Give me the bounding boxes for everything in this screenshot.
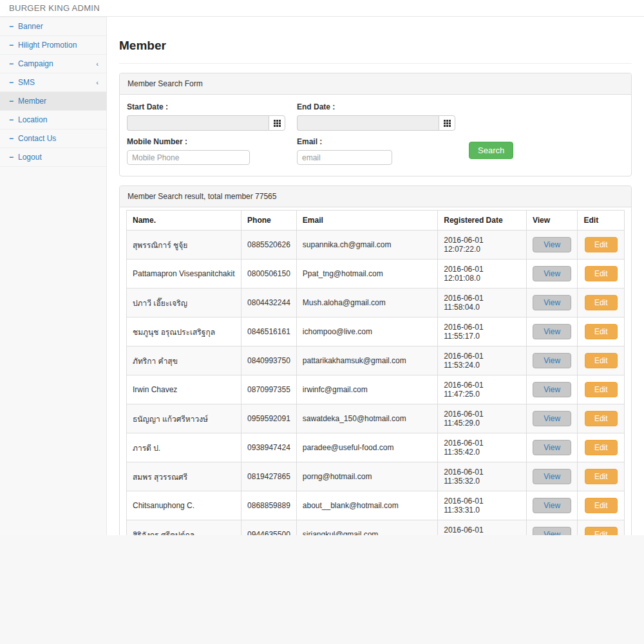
- view-button[interactable]: View: [533, 469, 571, 484]
- table-row: ปภาวี เอี๊ยะเจริญ 0804432244 Mush.aloha@…: [127, 289, 625, 317]
- member-name-cell: ชมภูนุช อรุณประเสริฐกุล: [127, 317, 242, 346]
- member-registered-cell: 2016-06-01 11:58:04.0: [438, 289, 527, 317]
- search-panel-heading: Member Search Form: [120, 73, 631, 95]
- member-email-cell: Mush.aloha@gmail.com: [296, 289, 437, 317]
- email-input[interactable]: [297, 150, 392, 165]
- edit-button[interactable]: Edit: [585, 440, 618, 455]
- brand-title: BURGER KING ADMIN: [9, 3, 100, 13]
- member-phone-cell: 0944635500: [242, 520, 297, 536]
- edit-button[interactable]: Edit: [585, 498, 618, 513]
- view-button[interactable]: View: [533, 411, 571, 426]
- sidebar-item[interactable]: − SMS ‹: [0, 73, 106, 92]
- sidebar-item-label: Hilight Promotion: [18, 41, 77, 50]
- edit-button[interactable]: Edit: [585, 411, 618, 426]
- sidebar-item-label: Member: [18, 97, 46, 106]
- calendar-grid-icon: [274, 120, 281, 127]
- sidebar-item-label: SMS: [18, 78, 35, 87]
- view-button[interactable]: View: [533, 382, 571, 397]
- email-label: Email :: [297, 137, 455, 146]
- member-name-cell: สมพร สุวรรณศรี: [127, 462, 242, 491]
- edit-button[interactable]: Edit: [585, 324, 618, 339]
- edit-button[interactable]: Edit: [585, 237, 618, 252]
- view-button[interactable]: View: [533, 266, 571, 281]
- dash-icon: −: [9, 59, 14, 68]
- member-phone-cell: 0800506150: [242, 260, 297, 289]
- table-row: สิริอังกูร ศรีคุปต์กุล 0944635500 sirian…: [127, 520, 625, 536]
- member-registered-cell: 2016-06-01 11:55:17.0: [438, 317, 527, 346]
- table-row: ภารดี ป. 0938947424 paradee@useful-food.…: [127, 433, 625, 462]
- member-email-cell: ichompoo@live.com: [296, 317, 437, 346]
- admin-app: BURGER KING ADMIN − Banner − Hilight Pro…: [0, 0, 644, 535]
- dash-icon: −: [9, 22, 14, 31]
- sidebar-item[interactable]: − Hilight Promotion: [0, 36, 106, 55]
- sidebar-item[interactable]: − Member: [0, 92, 106, 111]
- member-table: Name. Phone Email Registered Date View E…: [126, 210, 625, 535]
- table-row: ธนัญญา แก้วศรีหาวงษ์ 0959592091 sawatdek…: [127, 404, 625, 433]
- member-registered-cell: 2016-06-01 12:01:08.0: [438, 260, 527, 289]
- sidebar-item[interactable]: − Campaign ‹: [0, 55, 106, 73]
- member-name-cell: Pattamapron Visespanitchakit: [127, 260, 242, 289]
- col-header-email: Email: [296, 211, 437, 231]
- member-name-cell: ธนัญญา แก้วศรีหาวงษ์: [127, 404, 242, 433]
- member-phone-cell: 0885520626: [242, 231, 297, 260]
- sidebar-item[interactable]: − Contact Us: [0, 129, 106, 148]
- edit-button[interactable]: Edit: [585, 295, 618, 310]
- member-name-cell: ภัทริกา คำสุข: [127, 346, 242, 375]
- col-header-view: View: [526, 211, 578, 231]
- dash-icon: −: [9, 41, 14, 50]
- member-name-cell: สุพรรณิการ์ ชูจุ้ย: [127, 231, 242, 260]
- edit-button[interactable]: Edit: [585, 527, 618, 535]
- member-registered-cell: 2016-06-01 11:47:25.0: [438, 375, 527, 404]
- dash-icon: −: [9, 115, 14, 124]
- sidebar-item-label: Location: [18, 115, 47, 124]
- end-date-calendar-button[interactable]: [439, 115, 455, 131]
- edit-button[interactable]: Edit: [585, 469, 618, 484]
- member-phone-cell: 0840993750: [242, 346, 297, 375]
- mobile-number-input[interactable]: [127, 150, 250, 165]
- edit-button[interactable]: Edit: [585, 353, 618, 368]
- page-title: Member: [119, 30, 632, 64]
- view-button[interactable]: View: [533, 353, 571, 368]
- col-header-name: Name.: [127, 211, 242, 231]
- member-phone-cell: 0819427865: [242, 462, 297, 491]
- end-date-input[interactable]: [297, 115, 439, 131]
- results-panel-body: Name. Phone Email Registered Date View E…: [120, 207, 631, 535]
- member-registered-cell: 2016-06-01 11:45:29.0: [438, 404, 527, 433]
- sidebar-item[interactable]: − Logout: [0, 148, 106, 167]
- sidebar-item-label: Campaign: [18, 59, 53, 68]
- main-content: Member Member Search Form Start Date :: [107, 17, 644, 535]
- table-row: ภัทริกา คำสุข 0840993750 pattarikakhamsu…: [127, 346, 625, 375]
- member-phone-cell: 0846516161: [242, 317, 297, 346]
- view-button[interactable]: View: [533, 527, 571, 535]
- member-phone-cell: 0959592091: [242, 404, 297, 433]
- dash-icon: −: [9, 97, 14, 106]
- member-email-cell: irwinfc@gmail.com: [296, 375, 437, 404]
- start-date-calendar-button[interactable]: [269, 115, 285, 131]
- sidebar-item-label: Contact Us: [18, 134, 56, 143]
- view-button[interactable]: View: [533, 324, 571, 339]
- dash-icon: −: [9, 134, 14, 143]
- member-registered-cell: 2016-06-01 12:07:22.0: [438, 231, 527, 260]
- sidebar-item-label: Logout: [18, 153, 42, 162]
- table-row: สุพรรณิการ์ ชูจุ้ย 0885520626 supannika.…: [127, 231, 625, 260]
- member-name-cell: สิริอังกูร ศรีคุปต์กุล: [127, 520, 242, 536]
- edit-button[interactable]: Edit: [585, 382, 618, 397]
- sidebar-item[interactable]: − Banner: [0, 17, 106, 36]
- view-button[interactable]: View: [533, 440, 571, 455]
- start-date-input[interactable]: [127, 115, 269, 131]
- sidebar-item-label: Banner: [18, 22, 43, 31]
- sidebar-item[interactable]: − Location: [0, 111, 106, 129]
- member-email-cell: sawatdeka_150@hotmail.com: [296, 404, 437, 433]
- chevron-left-icon: ‹: [96, 60, 99, 68]
- col-header-edit: Edit: [578, 211, 625, 231]
- chevron-left-icon: ‹: [96, 79, 99, 86]
- member-email-cell: Ppat_tng@hotmail.com: [296, 260, 437, 289]
- view-button[interactable]: View: [533, 237, 571, 252]
- search-button[interactable]: Search: [469, 142, 513, 159]
- view-button[interactable]: View: [533, 498, 571, 513]
- edit-button[interactable]: Edit: [585, 266, 618, 281]
- member-registered-cell: 2016-06-01 11:33:31.0: [438, 491, 527, 520]
- member-name-cell: Irwin Chavez: [127, 375, 242, 404]
- view-button[interactable]: View: [533, 295, 571, 310]
- member-email-cell: pattarikakhamsuk@gmail.com: [296, 346, 437, 375]
